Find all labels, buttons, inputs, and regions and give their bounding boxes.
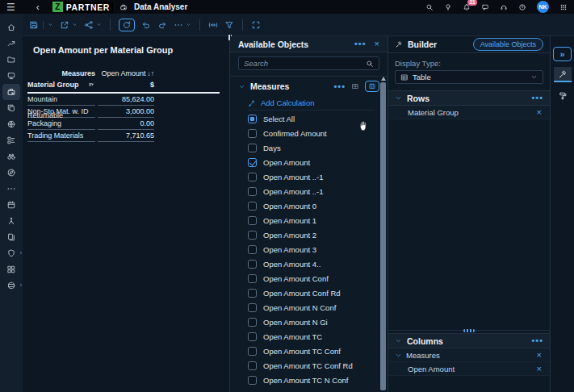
section-resize-divider[interactable] (388, 330, 550, 333)
ideas-icon[interactable] (444, 3, 452, 11)
measure-item[interactable]: Open Amount 1 (248, 213, 388, 227)
measure-checkbox[interactable] (248, 318, 257, 327)
fullscreen-button[interactable] (251, 20, 261, 30)
measure-item[interactable]: Confirmed Amount (248, 126, 388, 140)
display-type-select[interactable]: Table (395, 70, 543, 84)
panel-more-icon[interactable]: ••• (354, 42, 367, 45)
table-row[interactable]: Trading Materials7,710.65 (27, 130, 220, 142)
measure-item[interactable]: Open Amount (248, 155, 388, 169)
search-icon[interactable] (366, 60, 374, 68)
sidebar-item-repository[interactable] (2, 132, 20, 148)
measure-checkbox[interactable] (248, 158, 257, 167)
share-button[interactable] (84, 20, 102, 30)
search-icon[interactable] (425, 3, 434, 11)
table-row[interactable]: Returnable Packaging0.00 (27, 118, 220, 130)
sidebar-item-transport[interactable] (2, 229, 20, 245)
measure-item[interactable]: Open Amount 3 (248, 242, 388, 256)
measure-item[interactable]: Open Amount N Conf (248, 300, 388, 315)
refresh-button[interactable] (119, 19, 135, 31)
collapse-panel-button[interactable]: » (553, 47, 572, 61)
measure-checkbox[interactable] (248, 115, 257, 123)
chevron-down-icon[interactable] (238, 83, 245, 90)
help-icon[interactable] (518, 3, 526, 11)
measure-item[interactable]: Open Amount 4.. (248, 256, 388, 271)
measure-checkbox[interactable] (248, 129, 257, 138)
measure-item[interactable]: Open Amount 2 (248, 227, 388, 242)
menu-icon[interactable]: ☰ (6, 2, 15, 12)
redo-button[interactable] (157, 20, 167, 30)
measure-checkbox[interactable] (248, 144, 257, 152)
measure-item[interactable]: Open Amount TC N Conf (248, 373, 388, 387)
measure-checkbox[interactable] (248, 245, 257, 254)
remove-icon[interactable]: × (537, 365, 542, 373)
measure-checkbox[interactable] (248, 216, 257, 225)
notifications-icon[interactable]: 21 (463, 3, 471, 11)
measure-checkbox[interactable] (248, 187, 257, 196)
measure-checkbox[interactable] (248, 303, 257, 312)
rows-item-material-group[interactable]: Material Group × (388, 106, 550, 119)
sidebar-item-duplicates[interactable] (2, 100, 20, 116)
measure-checkbox[interactable] (248, 260, 257, 269)
expand-width-button[interactable] (208, 20, 218, 30)
sidebar-item-explorer[interactable] (2, 148, 20, 165)
measure-item[interactable]: Open Amount ..-1 (248, 184, 388, 198)
avatar[interactable]: NK (537, 1, 549, 13)
measure-item[interactable]: Open Amount Conf Rd (248, 286, 388, 300)
measure-item[interactable]: Open Amount TC Conf Rd (248, 358, 388, 373)
remove-icon[interactable]: × (537, 351, 542, 360)
columns-item-measures[interactable]: Measures × (388, 348, 550, 362)
measures-more-icon[interactable]: ••• (333, 85, 346, 88)
measure-item[interactable]: Open Amount Conf (248, 271, 388, 286)
measure-checkbox[interactable] (248, 173, 257, 181)
sidebar-item-insights[interactable] (2, 35, 20, 52)
measure-checkbox[interactable] (248, 361, 257, 370)
chevron-down-icon[interactable] (395, 94, 402, 102)
sidebar-item-system[interactable]: › (2, 277, 20, 294)
measure-item[interactable]: Open Amount 0 (248, 198, 388, 213)
sorted-filter-icon[interactable] (88, 81, 95, 89)
columns-item-open-amount[interactable]: Open Amount × (388, 362, 550, 376)
scrollbar-thumb[interactable] (380, 82, 386, 390)
data-table[interactable]: Measures Open Amount ↓↑ Material Group (27, 67, 220, 142)
measure-item[interactable]: Open Amount TC Conf (248, 344, 388, 358)
measure-checkbox[interactable] (248, 332, 257, 341)
filter-button[interactable] (224, 20, 234, 30)
sidebar-item-files[interactable] (2, 52, 20, 68)
measure-checkbox[interactable] (248, 347, 257, 356)
measures-header[interactable]: Measures (27, 69, 95, 77)
panel-close-icon[interactable]: × (375, 40, 379, 48)
save-button[interactable] (29, 20, 53, 30)
search-input[interactable]: Search (238, 56, 379, 70)
sidebar-item-security[interactable]: › (2, 245, 20, 261)
sidebar-item-discovery[interactable] (2, 165, 20, 181)
table-row[interactable]: Mountain85,624.00 (27, 94, 220, 106)
chevron-down-icon[interactable] (395, 352, 402, 359)
sidebar-item-data-analyser[interactable] (2, 84, 20, 100)
export-button[interactable] (60, 20, 78, 30)
overflow-button[interactable] (174, 20, 191, 30)
remove-icon[interactable]: × (537, 108, 542, 117)
list-view-toggle[interactable] (365, 81, 379, 92)
measure-item[interactable]: Open Amount N Gi (248, 315, 388, 329)
undo-button[interactable] (141, 20, 151, 30)
columns-more-icon[interactable]: ••• (531, 339, 543, 342)
sidebar-item-catalog[interactable] (2, 116, 20, 132)
measure-checkbox[interactable] (248, 376, 257, 385)
measure-checkbox[interactable] (248, 274, 257, 283)
drag-handle-icon[interactable] (463, 329, 475, 332)
sort-icon[interactable]: ↓↑ (148, 69, 155, 77)
rail-styling-tab[interactable] (554, 88, 572, 103)
measure-checkbox[interactable] (248, 289, 257, 298)
sidebar-item-home[interactable] (2, 19, 20, 35)
scrollbar[interactable] (380, 77, 386, 392)
value-column-header[interactable]: Open Amount ↓↑ (98, 69, 154, 77)
feedback-icon[interactable] (481, 3, 489, 11)
rows-more-icon[interactable]: ••• (531, 96, 543, 99)
sidebar-item-presentations[interactable] (2, 68, 20, 84)
measure-checkbox[interactable] (248, 231, 257, 240)
apps-icon[interactable] (559, 3, 568, 11)
measure-item[interactable]: Open Amount ..-1 (248, 169, 388, 184)
scroll-up-icon[interactable] (381, 77, 386, 81)
measure-checkbox[interactable] (248, 202, 257, 211)
support-icon[interactable] (500, 3, 508, 11)
